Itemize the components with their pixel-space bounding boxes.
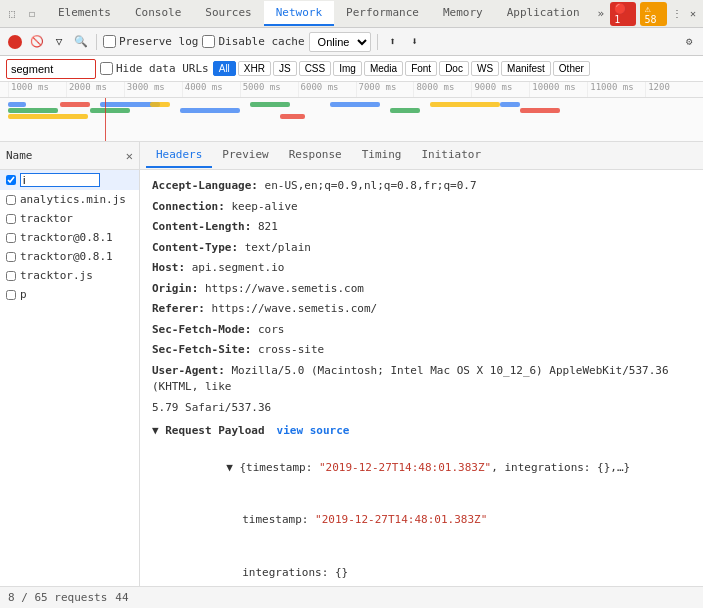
tab-sources[interactable]: Sources <box>193 1 263 26</box>
filter-css[interactable]: CSS <box>299 61 332 76</box>
timeline-ruler: 1000 ms 2000 ms 3000 ms 4000 ms 5000 ms … <box>0 82 703 98</box>
throttle-select[interactable]: Online <box>309 32 371 52</box>
ruler-mark-5: 6000 ms <box>298 82 356 97</box>
settings-gear-icon[interactable]: ⚙ <box>681 34 697 50</box>
filter-all[interactable]: All <box>213 61 236 76</box>
disable-cache-checkbox[interactable]: Disable cache <box>202 35 304 48</box>
timeline-cursor <box>105 98 106 142</box>
ruler-mark-7: 8000 ms <box>413 82 471 97</box>
filter-ws[interactable]: WS <box>471 61 499 76</box>
preserve-log-label: Preserve log <box>119 35 198 48</box>
header-val-5: https://wave.semetis.com <box>205 282 364 295</box>
more-options-icon[interactable]: ⋮ <box>671 6 683 22</box>
name-column-header: Name <box>6 149 33 162</box>
filter-font[interactable]: Font <box>405 61 437 76</box>
toolbar-right: ⚙ <box>681 34 697 50</box>
file-checkbox-1[interactable] <box>6 195 16 205</box>
filter-media[interactable]: Media <box>364 61 403 76</box>
file-item-3[interactable]: tracktor@0.8.1 <box>0 228 139 247</box>
file-list-panel: Name ✕ analytics.min.js tracktor trackto… <box>0 142 140 586</box>
disable-cache-input[interactable] <box>202 35 215 48</box>
record-circle <box>8 35 22 49</box>
file-name-input[interactable] <box>20 173 100 187</box>
tbar-12 <box>390 108 420 113</box>
detail-panel: Headers Preview Response Timing Initiato… <box>140 142 703 586</box>
payload-tree: ▼ {timestamp: "2019-12-27T14:48:01.383Z"… <box>152 441 691 586</box>
timeline-bars <box>0 98 703 142</box>
record-button[interactable] <box>6 33 24 51</box>
timeline-area: 1000 ms 2000 ms 3000 ms 4000 ms 5000 ms … <box>0 82 703 142</box>
filter-img[interactable]: Img <box>333 61 362 76</box>
tbar-14 <box>500 102 520 107</box>
inspect-icon[interactable]: ⬚ <box>4 6 20 22</box>
file-checkbox-6[interactable] <box>6 290 16 300</box>
device-icon[interactable]: ☐ <box>24 6 40 22</box>
ruler-mark-6: 7000 ms <box>356 82 414 97</box>
ruler-mark-2: 3000 ms <box>124 82 182 97</box>
file-item-1[interactable]: analytics.min.js <box>0 190 139 209</box>
file-checkbox-4[interactable] <box>6 252 16 262</box>
tbar-2 <box>8 108 58 113</box>
preserve-log-input[interactable] <box>103 35 116 48</box>
filter-other[interactable]: Other <box>553 61 590 76</box>
tab-preview[interactable]: Preview <box>212 143 278 168</box>
tab-timing[interactable]: Timing <box>352 143 412 168</box>
filter-xhr[interactable]: XHR <box>238 61 271 76</box>
file-item-0[interactable] <box>0 170 139 190</box>
upload-icon[interactable]: ⬆ <box>384 33 402 51</box>
tab-initiator[interactable]: Initiator <box>411 143 491 168</box>
download-icon[interactable]: ⬇ <box>406 33 424 51</box>
filter-js[interactable]: JS <box>273 61 297 76</box>
hide-data-urls-text: Hide data URLs <box>116 62 209 75</box>
warning-badge: ⚠ 58 <box>640 2 666 26</box>
clear-button[interactable]: 🚫 <box>28 33 46 51</box>
tbar-6 <box>90 108 130 113</box>
filter-icon[interactable]: ▽ <box>50 33 68 51</box>
tab-elements[interactable]: Elements <box>46 1 123 26</box>
header-key-2: Content-Length: <box>152 220 251 233</box>
more-tabs-button[interactable]: » <box>592 2 611 25</box>
file-checkbox-0[interactable] <box>6 175 16 185</box>
search-input[interactable] <box>6 59 96 79</box>
header-val-9: Mozilla/5.0 (Macintosh; Intel Mac OS X 1… <box>152 364 669 394</box>
header-key-4: Host: <box>152 261 185 274</box>
devtools-icons: ⬚ ☐ <box>4 6 40 22</box>
file-checkbox-3[interactable] <box>6 233 16 243</box>
tab-application[interactable]: Application <box>495 1 592 26</box>
tab-bar-right: 🔴 1 ⚠ 58 ⋮ ✕ <box>610 2 699 26</box>
tbar-3 <box>8 114 88 119</box>
preserve-log-checkbox[interactable]: Preserve log <box>103 35 198 48</box>
file-item-5[interactable]: tracktor.js <box>0 266 139 285</box>
tab-response[interactable]: Response <box>279 143 352 168</box>
header-row-8: Sec-Fetch-Site: cross-site <box>152 342 691 359</box>
filter-manifest[interactable]: Manifest <box>501 61 551 76</box>
header-row-0: Accept-Language: en-US,en;q=0.9,nl;q=0.8… <box>152 178 691 195</box>
close-detail-button[interactable]: ✕ <box>126 149 133 163</box>
tab-performance[interactable]: Performance <box>334 1 431 26</box>
file-item-2[interactable]: tracktor <box>0 209 139 228</box>
header-row-9: User-Agent: Mozilla/5.0 (Macintosh; Inte… <box>152 363 691 396</box>
payload-section-title: ▼ Request Payload view source <box>152 424 691 437</box>
view-source-link[interactable]: view source <box>277 424 350 437</box>
file-checkbox-2[interactable] <box>6 214 16 224</box>
file-checkbox-5[interactable] <box>6 271 16 281</box>
close-devtools-icon[interactable]: ✕ <box>687 6 699 22</box>
tbar-13 <box>430 102 500 107</box>
tab-console[interactable]: Console <box>123 1 193 26</box>
tab-headers[interactable]: Headers <box>146 143 212 168</box>
ruler-mark-0: 1000 ms <box>8 82 66 97</box>
detail-tab-bar: Headers Preview Response Timing Initiato… <box>140 142 703 170</box>
hide-data-urls-checkbox[interactable] <box>100 62 113 75</box>
tbar-11 <box>330 102 380 107</box>
file-item-6[interactable]: p <box>0 285 139 304</box>
search-icon[interactable]: 🔍 <box>72 33 90 51</box>
hide-data-urls-label[interactable]: Hide data URLs <box>100 62 209 75</box>
filter-bar: Hide data URLs All XHR JS CSS Img Media … <box>0 56 703 82</box>
header-key-6: Referer: <box>152 302 205 315</box>
filter-doc[interactable]: Doc <box>439 61 469 76</box>
transfer-size: 44 <box>115 591 128 604</box>
tab-memory[interactable]: Memory <box>431 1 495 26</box>
file-item-4[interactable]: tracktor@0.8.1 <box>0 247 139 266</box>
error-badge: 🔴 1 <box>610 2 636 26</box>
tab-network[interactable]: Network <box>264 1 334 26</box>
